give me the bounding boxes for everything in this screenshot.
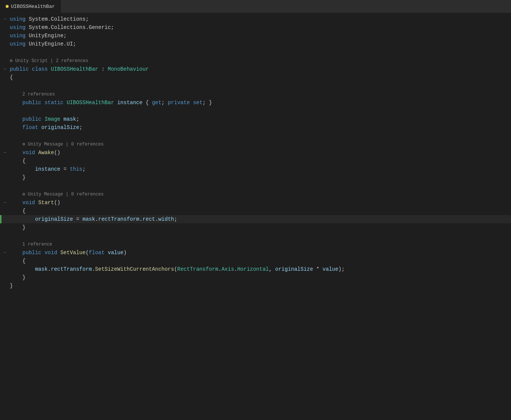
line-content xyxy=(8,232,511,240)
line-content: 2 references xyxy=(8,90,511,99)
line-content: void Awake() xyxy=(8,149,511,157)
line-content: { xyxy=(8,157,511,165)
code-line: { xyxy=(0,73,511,82)
fold-gutter xyxy=(2,40,8,48)
fold-gutter xyxy=(2,123,8,132)
line-content: public Image mask; xyxy=(8,115,511,123)
code-line xyxy=(0,107,511,115)
code-line: − void Awake() xyxy=(0,149,511,157)
line-content: } xyxy=(8,173,511,182)
code-line: ⚙ Unity Message | 0 references xyxy=(0,190,511,199)
line-content: public void SetValue(float value) xyxy=(8,249,511,257)
line-content: } xyxy=(8,282,511,290)
code-line: using UnityEngine; xyxy=(0,32,511,40)
fold-gutter xyxy=(2,107,8,115)
code-line xyxy=(0,82,511,90)
fold-gutter xyxy=(2,32,8,40)
tab-label: UIBOSSHealthBar xyxy=(11,4,55,9)
code-line: − public void SetValue(float value) xyxy=(0,249,511,257)
fold-gutter xyxy=(2,140,8,149)
fold-gutter xyxy=(2,257,8,265)
fold-gutter xyxy=(2,157,8,165)
line-content: 1 reference xyxy=(8,240,511,249)
code-line: 1 reference xyxy=(0,240,511,249)
code-line: ⚙ Unity Script | 2 references xyxy=(0,56,511,65)
code-line: } xyxy=(0,223,511,232)
line-content: mask.rectTransform.SetSizeWithCurrentAnc… xyxy=(8,265,511,273)
fold-gutter[interactable]: − xyxy=(2,249,8,257)
fold-gutter xyxy=(2,23,8,32)
line-content: { xyxy=(8,73,511,82)
code-line: mask.rectTransform.SetSizeWithCurrentAnc… xyxy=(0,265,511,273)
code-line: originalSize = mask.rectTransform.rect.w… xyxy=(0,215,511,223)
fold-gutter[interactable]: − xyxy=(2,65,8,73)
line-content: } xyxy=(8,223,511,232)
line-content: float originalSize; xyxy=(8,123,511,132)
fold-gutter xyxy=(2,182,8,190)
code-line: { xyxy=(0,207,511,215)
line-content: { xyxy=(8,257,511,265)
code-line: instance = this; xyxy=(0,165,511,173)
code-line: using System.Collections.Generic; xyxy=(0,23,511,32)
fold-gutter xyxy=(2,48,8,56)
code-line: − void Start() xyxy=(0,199,511,207)
fold-gutter[interactable]: − xyxy=(2,149,8,157)
fold-gutter xyxy=(2,132,8,140)
line-content xyxy=(8,107,511,115)
fold-gutter xyxy=(2,82,8,90)
line-content: instance = this; xyxy=(8,165,511,173)
line-content: ⚙ Unity Message | 0 references xyxy=(8,190,511,199)
fold-gutter xyxy=(2,115,8,123)
code-line: } xyxy=(0,282,511,290)
fold-gutter xyxy=(2,207,8,215)
line-content: } xyxy=(8,273,511,282)
line-content xyxy=(8,82,511,90)
active-tab[interactable]: UIBOSSHealthBar xyxy=(0,0,61,13)
fold-gutter[interactable]: − xyxy=(2,15,8,23)
code-line: { xyxy=(0,157,511,165)
fold-gutter xyxy=(2,282,8,290)
code-line xyxy=(0,182,511,190)
code-line: −using System.Collections; xyxy=(0,15,511,23)
line-content xyxy=(8,48,511,56)
code-line xyxy=(0,232,511,240)
fold-gutter[interactable]: − xyxy=(2,199,8,207)
code-line: −public class UIBOSSHealthBar : MonoBeha… xyxy=(0,65,511,73)
fold-gutter xyxy=(2,223,8,232)
fold-gutter xyxy=(2,190,8,199)
line-content xyxy=(8,132,511,140)
fold-gutter xyxy=(2,165,8,173)
code-line: } xyxy=(0,173,511,182)
code-area: −using System.Collections;using System.C… xyxy=(0,13,511,290)
line-content: ⚙ Unity Message | 0 references xyxy=(8,140,511,149)
fold-gutter xyxy=(2,99,8,107)
fold-gutter xyxy=(2,173,8,182)
code-line xyxy=(0,48,511,56)
code-line: public Image mask; xyxy=(0,115,511,123)
fold-gutter xyxy=(2,215,8,223)
fold-gutter xyxy=(2,265,8,273)
line-content: using System.Collections; xyxy=(8,15,511,23)
line-content xyxy=(8,182,511,190)
code-line: 2 references xyxy=(0,90,511,99)
tab-bar: UIBOSSHealthBar xyxy=(0,0,511,13)
line-content: using UnityEngine; xyxy=(8,32,511,40)
code-line: { xyxy=(0,257,511,265)
line-content: using UnityEngine.UI; xyxy=(8,40,511,48)
line-content: public static UIBOSSHealthBar instance {… xyxy=(8,99,511,107)
code-line: using UnityEngine.UI; xyxy=(0,40,511,48)
code-line xyxy=(0,132,511,140)
line-content: originalSize = mask.rectTransform.rect.w… xyxy=(8,215,511,223)
line-content: public class UIBOSSHealthBar : MonoBehav… xyxy=(8,65,511,73)
tab-modified-dot xyxy=(6,5,9,8)
line-content: using System.Collections.Generic; xyxy=(8,23,511,32)
code-line: float originalSize; xyxy=(0,123,511,132)
code-line: public static UIBOSSHealthBar instance {… xyxy=(0,99,511,107)
fold-gutter xyxy=(2,232,8,240)
code-line: ⚙ Unity Message | 0 references xyxy=(0,140,511,149)
code-line: } xyxy=(0,273,511,282)
line-content: void Start() xyxy=(8,199,511,207)
fold-gutter xyxy=(2,273,8,282)
fold-gutter xyxy=(2,56,8,65)
line-content: ⚙ Unity Script | 2 references xyxy=(8,56,511,65)
